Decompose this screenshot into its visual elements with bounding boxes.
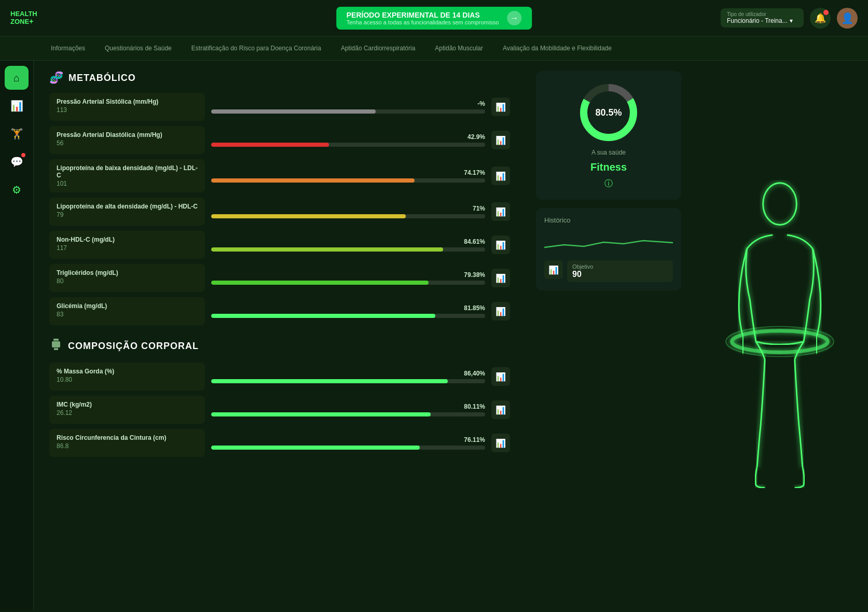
metric-chart-button[interactable]: 📊 <box>491 367 510 386</box>
progress-fill <box>211 412 431 416</box>
health-score-card: 80.5% A sua saúde Fitness ⓘ <box>536 71 681 200</box>
sidebar-item-message[interactable]: 💬 <box>5 150 29 174</box>
metric-row: Pressão Arterial Diastólica (mm/Hg) 56 4… <box>49 126 510 154</box>
notifications-button[interactable]: 🔔 <box>810 8 831 29</box>
main-layout: ⌂📊🏋💬⚙ 🧬 METABÓLICO Pressão Arterial Sist… <box>0 61 868 610</box>
metric-chart-button[interactable]: 📊 <box>491 434 510 452</box>
progress-fill <box>211 247 443 252</box>
progress-fill <box>211 178 415 183</box>
tab-aptidao-cardio[interactable]: Aptidão Cardiorrespiratória <box>332 40 424 56</box>
metric-value: 86.8 <box>57 442 198 450</box>
sidebar-item-settings[interactable]: ⚙ <box>5 178 29 202</box>
metric-chart-button[interactable]: 📊 <box>491 166 510 185</box>
tab-questionarios[interactable]: Questionários de Saúde <box>95 40 181 56</box>
metric-row: IMC (kg/m2) 26.12 80.11% 📊 <box>49 396 510 424</box>
metric-value: 113 <box>57 106 198 114</box>
metric-percent: 74.17% <box>464 169 485 176</box>
main-content: 🧬 METABÓLICO Pressão Arterial Sistólica … <box>34 61 526 610</box>
progress-fill <box>211 379 448 383</box>
sidebar-item-home[interactable]: ⌂ <box>5 66 29 90</box>
metric-percent: 76.11% <box>464 436 485 443</box>
logo-text2: ZONE+ <box>10 18 33 25</box>
progress-track <box>211 379 485 383</box>
metabolico-label: METABÓLICO <box>68 73 136 84</box>
metric-name: Lipoproteína de alta densidade (mg/dL) -… <box>57 203 198 210</box>
historico-chart <box>544 229 673 255</box>
metric-chart-button[interactable]: 📊 <box>491 98 510 116</box>
chevron-icon: ▾ <box>790 17 793 24</box>
metric-info: Risco Circunferencia da Cintura (cm) 86.… <box>49 429 205 457</box>
promo-title: PERÍODO EXPERIMENTAL DE 14 DIAS <box>347 11 499 19</box>
metric-info: Lipoproteína de alta densidade (mg/dL) -… <box>49 198 205 226</box>
composicao-icon <box>49 338 63 354</box>
metric-value: 80 <box>57 277 198 285</box>
metric-chart-button[interactable]: 📊 <box>491 131 510 149</box>
metric-name: Pressão Arterial Diastólica (mm/Hg) <box>57 131 198 138</box>
metric-value: 83 <box>57 311 198 318</box>
metric-bar-area: 42.9% <box>211 133 485 147</box>
metric-row: Lipoproteína de alta densidade (mg/dL) -… <box>49 198 510 226</box>
sidebar: ⌂📊🏋💬⚙ <box>0 61 34 610</box>
score-panel: 80.5% A sua saúde Fitness ⓘ Histórico 📊 … <box>526 61 692 610</box>
metric-chart-button[interactable]: 📊 <box>491 269 510 287</box>
metric-name: Pressão Arterial Sistólica (mm/Hg) <box>57 98 198 105</box>
metabolico-section-title: 🧬 METABÓLICO <box>49 71 510 85</box>
progress-track <box>211 314 485 318</box>
metric-value: 10.80 <box>57 376 198 383</box>
progress-fill <box>211 446 420 450</box>
metric-chart-button[interactable]: 📊 <box>491 400 510 419</box>
progress-track <box>211 143 485 147</box>
sidebar-item-chart[interactable]: 📊 <box>5 94 29 118</box>
objetivo-box: Objetivo 90 <box>567 260 673 282</box>
metric-value: 79 <box>57 211 198 218</box>
body-figure <box>707 180 852 491</box>
metric-chart-button[interactable]: 📊 <box>491 202 510 221</box>
metric-info: Glicémia (mg/dL) 83 <box>49 297 205 325</box>
metric-chart-button[interactable]: 📊 <box>491 235 510 254</box>
metric-row: Lipoproteína de baixa densidade (mg/dL) … <box>49 159 510 192</box>
right-area: 80.5% A sua saúde Fitness ⓘ Histórico 📊 … <box>526 61 868 610</box>
metric-name: Non-HDL-C (mg/dL) <box>57 236 198 243</box>
tab-aptidao-muscular[interactable]: Aptidão Muscular <box>425 40 492 56</box>
metric-info: Non-HDL-C (mg/dL) 117 <box>49 231 205 259</box>
svg-point-9 <box>763 183 797 225</box>
metric-percent: 79.38% <box>464 271 485 279</box>
tab-avaliacao-mobilidade[interactable]: Avaliação da Mobilidade e Flexibilidade <box>493 40 621 56</box>
body-figure-panel <box>692 61 868 610</box>
avatar[interactable]: 👤 <box>837 8 858 29</box>
promo-banner[interactable]: PERÍODO EXPERIMENTAL DE 14 DIAS Tenha ac… <box>336 7 532 30</box>
metric-row: % Massa Gorda (%) 10.80 86,40% 📊 <box>49 363 510 391</box>
logo: HEALTH ZONE+ <box>10 10 52 26</box>
metric-bar-area: 76.11% <box>211 436 485 450</box>
metric-value: 117 <box>57 244 198 252</box>
user-type-selector[interactable]: Tipo de utilizador Funcionário - Treina.… <box>721 8 804 27</box>
composicao-section-title: COMPOSIÇÃO CORPORAL <box>49 338 510 354</box>
tab-estratificacao[interactable]: Estratificação do Risco para Doença Coro… <box>182 40 330 56</box>
health-score-value: 80.5% <box>595 107 622 118</box>
health-info-icon[interactable]: ⓘ <box>604 178 613 189</box>
progress-track <box>211 412 485 416</box>
metric-chart-button[interactable]: 📊 <box>491 302 510 321</box>
objetivo-value: 90 <box>572 270 668 279</box>
progress-fill <box>211 109 376 114</box>
progress-track <box>211 109 485 114</box>
metric-percent: 86,40% <box>464 370 485 377</box>
svg-rect-3 <box>56 348 58 350</box>
metric-row: Glicémia (mg/dL) 83 81.85% 📊 <box>49 297 510 325</box>
metric-value: 101 <box>57 180 198 187</box>
sidebar-item-dumbbell[interactable]: 🏋 <box>5 122 29 146</box>
health-score-sublabel: A sua saúde <box>591 149 626 156</box>
metric-info: Triglicéridos (mg/dL) 80 <box>49 264 205 292</box>
progress-fill <box>211 314 435 318</box>
historico-chart-button[interactable]: 📊 <box>544 260 563 279</box>
objetivo-label: Objetivo <box>572 263 668 270</box>
composicao-metrics: % Massa Gorda (%) 10.80 86,40% 📊 IMC (kg… <box>49 363 510 457</box>
historico-title: Histórico <box>544 216 673 224</box>
tab-informacoes[interactable]: Informações <box>42 40 94 56</box>
progress-fill <box>211 281 429 285</box>
metric-bar-area: 71% <box>211 205 485 218</box>
metric-value: 56 <box>57 140 198 147</box>
progress-track <box>211 446 485 450</box>
header-right: Tipo de utilizador Funcionário - Treina.… <box>721 8 858 29</box>
metric-row: Pressão Arterial Sistólica (mm/Hg) 113 -… <box>49 93 510 121</box>
